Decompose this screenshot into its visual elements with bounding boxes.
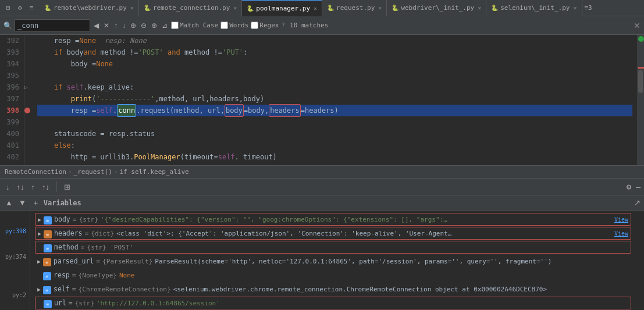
var-row-url[interactable]: ▶ ≡ url = {str} 'http://127.0.0.1:64865/…	[35, 297, 631, 309]
var-type-method: {str} 'POST'	[87, 244, 133, 251]
close-search-btn[interactable]: ✕	[634, 21, 641, 30]
panel-settings-icon[interactable]: ⚙	[627, 182, 631, 191]
var-eq: =	[69, 299, 73, 307]
tab-webdriver[interactable]: 🐍 remote\webdriver.py ✕	[40, 0, 139, 16]
debug-step-updown-btn[interactable]: ↑↓	[15, 181, 27, 193]
line-num: 397	[2, 93, 19, 105]
search-glass-icon: 🔍	[3, 22, 12, 30]
words-option[interactable]: Words	[220, 22, 248, 29]
var-name-method: method	[54, 243, 79, 251]
var-row-parsed-url[interactable]: ▶ ≡ parsed_url = {ParseResult} ParseResu…	[35, 255, 631, 268]
more-tabs[interactable]: ≡3	[582, 0, 595, 16]
error-marker	[638, 67, 644, 69]
search-arrow-down[interactable]: ↓	[121, 22, 127, 30]
regex-help-icon[interactable]: ?	[281, 22, 285, 29]
search-opts-btn1[interactable]: ⊖	[140, 22, 148, 30]
var-row-self[interactable]: ▶ ≡ self = {ChromeRemoteConnection} <sel…	[35, 283, 631, 295]
tab-poolmanager[interactable]: 🐍 poolmanager.py ✕	[242, 0, 322, 16]
match-case-checkbox[interactable]	[171, 22, 179, 29]
var-eq: =	[73, 215, 77, 223]
var-name-resp: resp	[54, 271, 70, 279]
gutter-breakpoint-dot	[24, 105, 33, 116]
line-ref-py2: py:2	[1, 290, 29, 301]
tab-close-icon[interactable]: ✕	[573, 5, 577, 11]
match-conn: conn	[117, 104, 136, 117]
regex-checkbox[interactable]	[251, 22, 258, 29]
settings-icon[interactable]: ⚙	[15, 3, 24, 13]
tab-webdriver-init[interactable]: 🐍 webdriver\_init_.py ✕	[387, 0, 486, 16]
words-checkbox[interactable]	[220, 22, 228, 29]
var-row-body[interactable]: ▶ ≡ body = {str} '{"desiredCapabilities"…	[35, 213, 631, 226]
tab-remote-connection[interactable]: 🐍 remote_connection.py ✕	[139, 0, 242, 16]
breadcrumb-item-3[interactable]: if self.keep_alive	[119, 168, 188, 176]
search-input-wrap[interactable]	[15, 19, 90, 32]
breadcrumb-item-1[interactable]: RemoteConnection	[5, 168, 66, 176]
debug-step-down-btn[interactable]: ↓	[3, 181, 12, 193]
search-filter-icon[interactable]: ⊕	[129, 22, 137, 30]
breakpoint-icon	[24, 108, 30, 113]
var-expand-method: ▶	[38, 244, 41, 251]
scrollbar-thumb	[638, 70, 643, 93]
search-next-btn[interactable]: ✕	[102, 22, 111, 30]
var-expand-headers[interactable]: ▶	[38, 230, 41, 237]
gutter-empty	[24, 116, 33, 128]
words-label: Words	[229, 22, 248, 29]
gutter-empty	[24, 70, 33, 81]
code-content[interactable]: resp = None resp: None if body and metho…	[33, 35, 637, 165]
panel-minimize-icon[interactable]: —	[636, 183, 641, 191]
gutter-empty	[24, 151, 33, 163]
tab-close-icon[interactable]: ✕	[130, 5, 134, 11]
gutter-empty	[24, 93, 33, 105]
var-expand-self[interactable]: ▶	[37, 286, 41, 293]
tab-request[interactable]: 🐍 request.py ✕	[322, 0, 387, 16]
var-icon-body: ≡	[44, 216, 52, 225]
tab-label: webdriver\_init_.py	[401, 4, 474, 12]
toolbar-separator	[56, 181, 57, 192]
var-expand-parsed-url[interactable]: ▶	[37, 258, 41, 265]
gutter-empty	[24, 58, 33, 70]
editor-scrollbar[interactable]	[637, 35, 644, 165]
debug-panel-nav-up[interactable]: ▲	[3, 197, 15, 208]
tab-close-icon[interactable]: ✕	[314, 5, 317, 12]
search-input[interactable]	[17, 22, 70, 30]
menu-icon[interactable]: ≡	[27, 3, 36, 13]
var-expand-body[interactable]: ▶	[38, 216, 41, 223]
tab-label: remote_connection.py	[153, 4, 230, 12]
var-expand-url: ▶	[38, 300, 41, 307]
var-type-parsed-url: {ParseResult}	[102, 258, 152, 265]
var-row-headers[interactable]: ▶ ≡ headers = {dict} <class 'dict'>: {'A…	[35, 227, 631, 240]
debug-panel-add[interactable]: ＋	[30, 197, 41, 209]
var-row-resp[interactable]: ▶ ≡ resp = {NoneType} None	[35, 269, 631, 282]
py-icon: 🐍	[491, 5, 498, 11]
var-view-headers[interactable]: View	[614, 230, 628, 237]
search-funnel-icon[interactable]: ⊿	[161, 22, 169, 30]
tab-close-icon[interactable]: ✕	[478, 5, 481, 11]
tab-close-icon[interactable]: ✕	[378, 5, 382, 11]
regex-option[interactable]: Regex	[251, 22, 279, 29]
match-case-option[interactable]: Match Case	[171, 22, 218, 29]
line-numbers: 392 393 394 395 396 397 398 399 400 401 …	[0, 35, 24, 165]
code-line-394: body = None	[37, 58, 632, 70]
debug-grid-btn[interactable]: ⊞	[62, 181, 73, 193]
debug-vars: ▶ ≡ body = {str} '{"desiredCapabilities"…	[30, 211, 636, 310]
debug-expand-btn[interactable]: ↗	[634, 198, 641, 207]
search-opts-btn2[interactable]: ⊕	[150, 22, 158, 30]
tabs-bar: 🐍 remote\webdriver.py ✕ 🐍 remote_connect…	[40, 0, 644, 16]
debug-panel-nav-down[interactable]: ▼	[17, 197, 28, 208]
tab-selenium-init[interactable]: 🐍 selenium\_init_.py ✕	[486, 0, 582, 16]
gutter-marker-396: ▷	[24, 81, 33, 93]
debug-step-btn2[interactable]: ↑↓	[40, 181, 52, 193]
var-view-body[interactable]: View	[614, 216, 628, 223]
tab-close-icon[interactable]: ✕	[233, 5, 237, 11]
code-line-398: resp = self . conn .request(method, url,…	[37, 105, 632, 116]
py-icon: 🐍	[392, 5, 399, 11]
var-val-headers: <class 'dict'>: {'Accept': 'application/…	[116, 230, 454, 237]
var-row-method[interactable]: ▶ ≡ method = {str} 'POST'	[35, 241, 631, 254]
py-icon: 🐍	[144, 5, 151, 11]
var-icon-url: ≡	[44, 300, 52, 308]
debug-step-up-btn[interactable]: ↑	[29, 181, 38, 193]
search-prev-btn[interactable]: ◀	[92, 22, 100, 30]
search-arrow-up[interactable]: ↑	[113, 22, 119, 30]
var-name-body: body	[54, 215, 70, 223]
breadcrumb-item-2[interactable]: _request()	[74, 168, 112, 176]
